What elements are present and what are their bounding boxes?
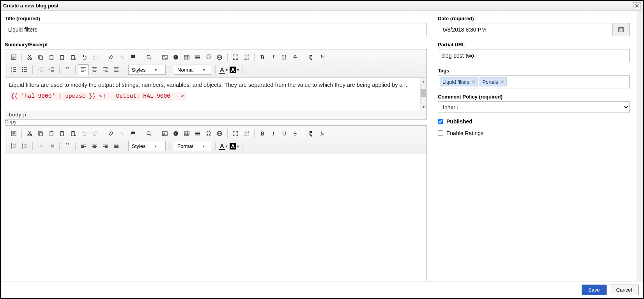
aligncenter-icon[interactable] xyxy=(89,141,100,151)
copy-icon[interactable] xyxy=(35,128,46,139)
find-icon[interactable] xyxy=(143,52,154,63)
source-icon[interactable] xyxy=(8,128,19,139)
cut-icon[interactable] xyxy=(24,52,35,63)
redo-icon[interactable] xyxy=(90,128,101,139)
calendar-button[interactable] xyxy=(612,23,630,36)
hr-icon[interactable] xyxy=(192,128,203,139)
bullist-icon[interactable] xyxy=(19,141,30,151)
tag-remove-icon[interactable]: ✕ xyxy=(472,79,475,84)
flash-icon[interactable]: f xyxy=(170,52,181,63)
alignjustify-icon[interactable] xyxy=(111,141,122,151)
save-button[interactable]: Save xyxy=(582,285,607,295)
alignright-icon[interactable] xyxy=(100,141,111,151)
table-icon[interactable] xyxy=(181,52,192,63)
format-dropdown[interactable]: Format▾ xyxy=(174,141,211,151)
svg-rect-40 xyxy=(72,131,74,132)
elements-path[interactable]: body p xyxy=(5,110,426,119)
iframe-icon[interactable] xyxy=(214,128,225,139)
date-input[interactable] xyxy=(438,23,612,36)
blockquote-icon[interactable]: ” xyxy=(62,141,73,151)
bullist-icon[interactable] xyxy=(19,64,30,75)
comment-policy-select[interactable]: Inherit xyxy=(438,101,630,113)
underline-button[interactable]: U xyxy=(279,128,290,139)
copy-content[interactable] xyxy=(5,154,426,281)
paste-icon[interactable] xyxy=(46,128,57,139)
title-input[interactable] xyxy=(5,23,427,36)
maximize-icon[interactable] xyxy=(230,52,241,63)
outdent-icon[interactable] xyxy=(35,64,46,75)
removeformat-icon[interactable]: Ix xyxy=(317,52,327,63)
image-icon[interactable] xyxy=(159,52,170,63)
specialchar-icon[interactable]: Ω xyxy=(203,52,214,63)
copy-icon[interactable] xyxy=(35,52,46,63)
scroll-down-icon[interactable]: ▾ xyxy=(420,104,426,110)
hr-icon[interactable] xyxy=(192,52,203,63)
scrollbar-thumb[interactable] xyxy=(421,89,426,97)
iframe-icon[interactable] xyxy=(214,52,225,63)
page-scrollbar[interactable] xyxy=(637,11,643,281)
numlist-icon[interactable]: 123 xyxy=(8,141,19,151)
paste-text-icon[interactable]: T xyxy=(57,52,68,63)
paste-word-icon[interactable]: W xyxy=(68,128,79,139)
outdent-icon[interactable] xyxy=(35,141,46,151)
find-icon[interactable] xyxy=(143,128,154,139)
copyformat-icon[interactable] xyxy=(306,128,317,139)
styles-dropdown[interactable]: Styles▾ xyxy=(128,65,166,75)
blockquote-icon[interactable]: ” xyxy=(62,64,73,75)
alignright-icon[interactable] xyxy=(100,64,111,75)
strike-button[interactable]: S xyxy=(290,52,301,63)
undo-icon[interactable] xyxy=(79,52,90,63)
image-icon[interactable] xyxy=(159,128,170,139)
unlink-icon[interactable] xyxy=(117,128,127,139)
link-icon[interactable] xyxy=(106,128,117,139)
cancel-button[interactable]: Cancel xyxy=(610,285,639,295)
showblocks-icon[interactable] xyxy=(241,52,252,63)
flash-icon[interactable]: f xyxy=(170,128,181,139)
italic-button[interactable]: I xyxy=(268,52,279,63)
styles-dropdown[interactable]: Styles▾ xyxy=(128,141,166,151)
scroll-up-icon[interactable]: ▴ xyxy=(420,78,426,84)
paste-icon[interactable] xyxy=(46,52,57,63)
cut-icon[interactable] xyxy=(24,128,35,139)
anchor-icon[interactable] xyxy=(127,128,138,139)
alignjustify-icon[interactable] xyxy=(111,64,122,75)
aligncenter-icon[interactable] xyxy=(89,64,100,75)
source-icon[interactable] xyxy=(8,52,19,63)
italic-button[interactable]: I xyxy=(268,128,279,139)
enable-ratings-checkbox[interactable] xyxy=(438,130,443,136)
tags-input[interactable]: Liquid filters✕ Portals✕ xyxy=(438,75,630,88)
alignleft-icon[interactable] xyxy=(78,141,89,151)
table-icon[interactable] xyxy=(181,128,192,139)
specialchar-icon[interactable]: Ω xyxy=(203,128,214,139)
paste-text-icon[interactable]: T xyxy=(57,128,68,139)
showblocks-icon[interactable] xyxy=(241,128,252,139)
numlist-icon[interactable]: 123 xyxy=(8,64,19,75)
undo-icon[interactable] xyxy=(79,128,90,139)
published-checkbox[interactable] xyxy=(438,119,443,124)
indent-icon[interactable] xyxy=(46,141,57,151)
copyformat-icon[interactable] xyxy=(306,52,317,63)
removeformat-icon[interactable]: Ix xyxy=(317,128,327,139)
bgcolor-button[interactable]: A▾ xyxy=(229,141,240,151)
partial-url-input[interactable] xyxy=(438,49,630,62)
strike-button[interactable]: S xyxy=(290,128,301,139)
underline-button[interactable]: U xyxy=(279,52,290,63)
partial-url-label: Partial URL xyxy=(438,42,630,47)
paste-word-icon[interactable]: W xyxy=(68,52,79,63)
bgcolor-button[interactable]: A▾ xyxy=(229,64,240,75)
alignleft-icon[interactable] xyxy=(78,64,89,75)
maximize-icon[interactable] xyxy=(230,128,241,139)
summary-content[interactable]: Liquid filters are used to modify the ou… xyxy=(5,78,426,110)
bold-button[interactable]: B xyxy=(257,128,268,139)
anchor-icon[interactable] xyxy=(127,52,138,63)
close-button[interactable]: ✕ xyxy=(633,2,641,9)
redo-icon[interactable] xyxy=(90,52,101,63)
link-icon[interactable] xyxy=(106,52,117,63)
bold-button[interactable]: B xyxy=(257,52,268,63)
indent-icon[interactable] xyxy=(46,64,57,75)
format-dropdown[interactable]: Normal▾ xyxy=(174,65,211,75)
textcolor-button[interactable]: A▾ xyxy=(218,141,229,151)
tag-remove-icon[interactable]: ✕ xyxy=(501,79,504,84)
textcolor-button[interactable]: A▾ xyxy=(218,64,229,75)
unlink-icon[interactable] xyxy=(117,52,127,63)
